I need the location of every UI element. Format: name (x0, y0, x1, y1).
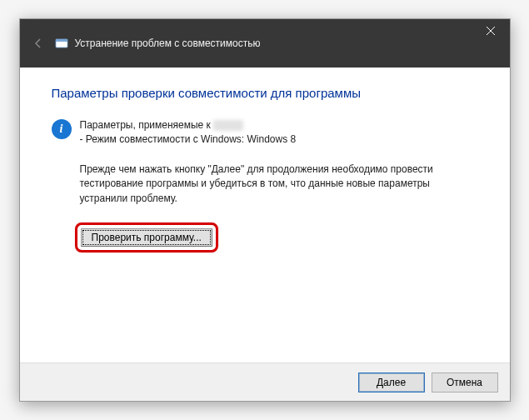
titlebar: Устранение проблем с совместимостью (20, 19, 510, 68)
redacted-app-name (213, 120, 243, 131)
window-title: Устранение проблем с совместимостью (75, 38, 261, 49)
back-arrow-icon (32, 38, 44, 49)
test-program-button[interactable]: Проверить программу... (81, 228, 212, 247)
close-button[interactable] (472, 19, 510, 42)
close-icon (487, 27, 495, 35)
highlight-annotation: Проверить программу... (75, 222, 218, 252)
page-heading: Параметры проверки совместимости для про… (52, 86, 478, 100)
svg-rect-3 (56, 39, 67, 42)
content-area: Параметры проверки совместимости для про… (20, 68, 510, 362)
next-button-label: Далее (377, 377, 406, 388)
info-text: Параметры, применяемые к - Режим совмест… (80, 118, 297, 148)
troubleshooter-window: Устранение проблем с совместимостью Пара… (19, 18, 511, 402)
info-line1-prefix: Параметры, применяемые к (80, 119, 211, 131)
info-icon: i (52, 119, 72, 139)
cancel-button[interactable]: Отмена (432, 372, 498, 392)
footer-bar: Далее Отмена (20, 362, 510, 401)
info-line2: - Режим совместимости с Windows: Windows… (80, 133, 297, 145)
instruction-text: Прежде чем нажать кнопку "Далее" для про… (80, 162, 478, 206)
info-row: i Параметры, применяемые к - Режим совме… (52, 118, 478, 148)
troubleshooter-icon (55, 37, 68, 50)
next-button[interactable]: Далее (358, 372, 425, 392)
back-button[interactable] (28, 33, 48, 53)
